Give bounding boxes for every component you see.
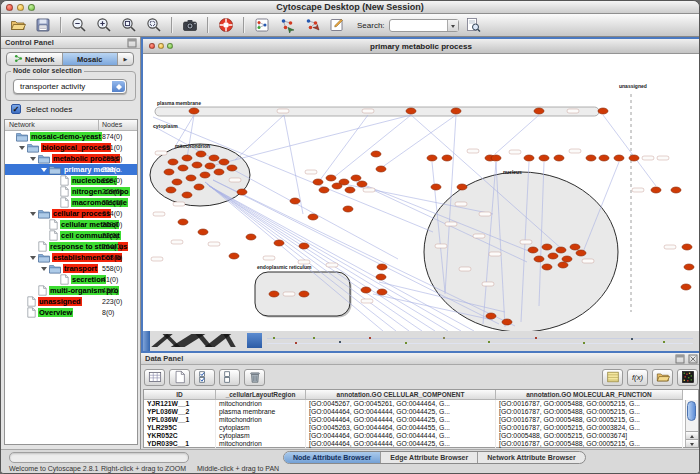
graph-node[interactable] (214, 169, 224, 175)
unselect-all-attributes-button[interactable] (219, 369, 240, 386)
graph-node[interactable] (182, 192, 192, 198)
tree-row[interactable]: primary metabo209(... (5, 164, 137, 175)
graph-node[interactable] (534, 108, 544, 114)
annotations-button[interactable] (327, 16, 346, 35)
tree-row[interactable]: metabolic process280(0) (5, 153, 137, 164)
tree-row[interactable]: transport558(0) (5, 263, 137, 274)
network-window-titlebar[interactable]: primary metabolic process (143, 39, 699, 54)
tree-row[interactable]: mosaic-demo-yeast874(0) (5, 131, 137, 142)
graph-node[interactable] (524, 155, 534, 161)
select-all-attributes-button[interactable] (194, 369, 215, 386)
tab-network[interactable]: Network (7, 53, 63, 65)
graph-node[interactable] (178, 219, 188, 225)
graph-node[interactable] (556, 247, 566, 253)
graph-node[interactable] (451, 108, 461, 114)
open-attr-file-button[interactable] (652, 369, 673, 386)
graph-node[interactable] (570, 244, 580, 250)
zoom-in-button[interactable] (94, 16, 113, 35)
save-button[interactable] (33, 16, 52, 35)
table-row[interactable]: YDR039C__1mitochondrion[GO:0044464, GO:0… (144, 440, 698, 448)
title-bar[interactable]: Cytoscape Desktop (New Session) (1, 1, 699, 14)
graph-node[interactable] (457, 184, 467, 190)
column-header[interactable]: ID (144, 390, 216, 400)
column-header[interactable]: annotation.GO CELLULAR_COMPONENT (306, 390, 496, 400)
graph-node[interactable] (229, 253, 239, 259)
export-network-button[interactable] (302, 16, 321, 35)
advanced-search-button[interactable] (464, 16, 483, 35)
import-table-button[interactable] (602, 369, 623, 386)
tab-node-attribute-browser[interactable]: Node Attribute Browser (284, 452, 380, 463)
matrix-view-button[interactable] (677, 369, 698, 386)
column-header[interactable]: annotation.GO MOLECULAR_FUNCTION (496, 390, 683, 400)
graph-node[interactable] (542, 244, 552, 250)
float-panel-icon[interactable] (127, 38, 137, 48)
graph-node[interactable] (166, 187, 176, 193)
formula-builder-button[interactable]: f(x) (627, 369, 648, 386)
graph-node[interactable] (269, 291, 279, 297)
scroll-up-icon[interactable] (686, 431, 698, 439)
tree-row[interactable]: Overview8(0) (5, 307, 137, 318)
graph-node[interactable] (586, 155, 596, 161)
tree-row[interactable]: multi-organism pro42(0) (5, 285, 137, 296)
graph-node[interactable] (377, 264, 387, 270)
graph-node[interactable] (332, 183, 342, 189)
tree-row[interactable]: unassigned223(0) (5, 296, 137, 307)
tree-column-network[interactable]: Network (5, 120, 99, 130)
graph-node[interactable] (237, 189, 247, 195)
graph-node[interactable] (534, 256, 544, 262)
network-tree-header[interactable]: Network Nodes (5, 120, 137, 131)
zoom-fit-button[interactable] (119, 16, 138, 35)
scrollbar-thumb[interactable] (687, 401, 696, 421)
graph-node[interactable] (198, 229, 208, 235)
scroll-down-icon[interactable] (686, 439, 698, 447)
graph-node[interactable] (528, 247, 538, 253)
graph-node[interactable] (406, 108, 416, 114)
graph-node[interactable] (205, 163, 215, 169)
graph-node[interactable] (542, 264, 552, 270)
graph-node[interactable] (442, 155, 452, 161)
graph-node[interactable] (558, 262, 568, 268)
graph-node[interactable] (598, 108, 608, 114)
graph-node[interactable] (486, 313, 496, 319)
graph-node[interactable] (319, 187, 329, 193)
graph-node[interactable] (227, 165, 237, 171)
column-header[interactable]: _cellularLayoutRegion (216, 390, 306, 400)
open-folder-button[interactable] (8, 16, 27, 35)
graph-node[interactable] (684, 264, 694, 270)
graph-node[interactable] (376, 166, 386, 172)
graph-node[interactable] (614, 155, 624, 161)
graph-node[interactable] (357, 181, 367, 187)
graph-node[interactable] (164, 169, 174, 175)
table-row[interactable]: YPL036W__2plasma membrane[GO:0044464, GO… (144, 408, 698, 416)
graph-node[interactable] (554, 155, 564, 161)
tab-mosaic[interactable]: Mosaic (63, 53, 119, 65)
tree-row[interactable]: secretion41(0) (5, 274, 137, 285)
delete-attribute-button[interactable] (244, 369, 265, 386)
graph-node[interactable] (431, 184, 441, 190)
select-nodes-checkbox[interactable]: ✓ (11, 104, 21, 114)
table-scrollbar[interactable] (685, 400, 698, 447)
graph-node[interactable] (377, 289, 387, 295)
search-input[interactable] (389, 19, 459, 32)
tab-overflow-arrow-icon[interactable]: ▶ (118, 53, 133, 65)
table-row[interactable]: YLR295Ccytoplasm[GO:0045263, GO:0044464,… (144, 424, 698, 432)
graph-node[interactable] (196, 151, 206, 157)
network-canvas[interactable]: plasma membranecytoplasmmitochondrionnuc… (143, 54, 699, 331)
tree-row[interactable]: biological_process651(0) (5, 142, 137, 153)
tree-row[interactable]: nucleobase-209(0) (5, 175, 137, 186)
table-row[interactable]: YKR052Ccytoplasm[GO:0044464, GO:0044446,… (144, 432, 698, 440)
graph-node[interactable] (290, 198, 300, 204)
zoom-selected-button[interactable] (144, 16, 163, 35)
tab-edge-attribute-browser[interactable]: Edge Attribute Browser (380, 452, 477, 463)
graph-node[interactable] (189, 108, 199, 114)
table-row[interactable]: YPL036W__1mitochondrion[GO:0044464, GO:0… (144, 416, 698, 424)
table-row[interactable]: YJR121W__1mitochondrion[GO:0045267, GO:0… (144, 400, 698, 408)
network-canvas-svg[interactable]: plasma membranecytoplasmmitochondrionnuc… (143, 54, 699, 331)
graph-node[interactable] (313, 179, 323, 185)
new-attribute-button[interactable] (169, 369, 190, 386)
graph-node[interactable] (194, 184, 204, 190)
graph-node[interactable] (182, 155, 192, 161)
graph-node[interactable] (246, 234, 256, 240)
attribute-grid-button[interactable] (144, 369, 165, 386)
graph-node[interactable] (192, 162, 202, 168)
